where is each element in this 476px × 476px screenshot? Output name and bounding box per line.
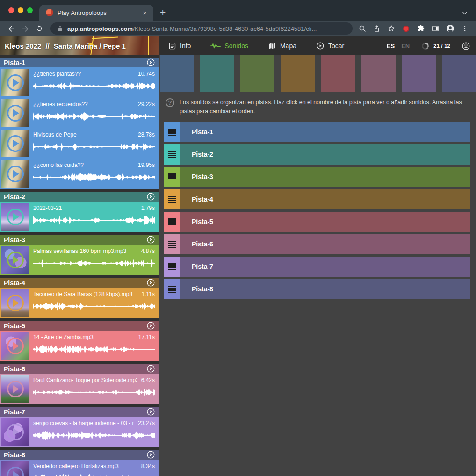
drag-handle[interactable] bbox=[164, 144, 180, 165]
track-row-pista-4[interactable]: Pista-4 bbox=[164, 189, 470, 209]
clip-play-icon[interactable] bbox=[7, 135, 24, 152]
account-icon[interactable] bbox=[462, 42, 470, 50]
drag-handle[interactable] bbox=[164, 167, 180, 187]
track-row-pista-3[interactable]: Pista-3 bbox=[164, 167, 470, 187]
clip-play-icon[interactable] bbox=[7, 467, 24, 476]
track-play-button[interactable] bbox=[146, 364, 155, 373]
color-swatch-pista-3[interactable] bbox=[240, 55, 274, 92]
drag-handle[interactable] bbox=[164, 234, 180, 254]
track-header[interactable]: Pista-3 bbox=[0, 235, 159, 245]
clip-waveform[interactable] bbox=[33, 344, 155, 355]
sound-clip[interactable]: Taconeo de Sara Baras (128 kbps).mp31.11… bbox=[0, 288, 159, 318]
track-header[interactable]: Pista-4 bbox=[0, 278, 159, 288]
clip-play-icon[interactable] bbox=[7, 209, 24, 225]
drag-handle[interactable] bbox=[164, 189, 180, 209]
clip-thumbnail[interactable] bbox=[1, 99, 29, 127]
clip-waveform[interactable] bbox=[33, 141, 155, 152]
color-swatch-pista-1[interactable] bbox=[160, 55, 194, 92]
clip-thumbnail[interactable] bbox=[1, 418, 29, 446]
sound-clip[interactable]: 14 - Aire de Zamba.mp317.11s bbox=[0, 331, 159, 361]
clip-play-icon[interactable] bbox=[7, 105, 24, 122]
clip-play-icon[interactable] bbox=[7, 252, 24, 268]
side-panel-icon[interactable] bbox=[431, 24, 440, 33]
clip-waveform[interactable] bbox=[33, 215, 155, 226]
clip-waveform[interactable] bbox=[33, 172, 155, 183]
sound-clip[interactable]: Raul Cantizano- Toque por Solenoide.mp36… bbox=[0, 374, 159, 404]
breadcrumb[interactable]: Kleos 2022 // Santa Marina / Pepe 1 bbox=[0, 36, 159, 55]
tab-search-chevron-icon[interactable] bbox=[461, 9, 469, 17]
forward-button[interactable] bbox=[20, 23, 31, 34]
track-row-bar[interactable]: Pista-2 bbox=[180, 144, 470, 165]
track-row-pista-7[interactable]: Pista-7 bbox=[164, 257, 470, 277]
sound-clip[interactable]: ¿¿tienes recuerdos??29.22s bbox=[0, 98, 159, 128]
track-play-button[interactable] bbox=[146, 58, 155, 67]
track-row-bar[interactable]: Pista-4 bbox=[180, 189, 470, 209]
clip-play-icon[interactable] bbox=[7, 295, 24, 311]
track-row-pista-1[interactable]: Pista-1 bbox=[164, 122, 470, 142]
window-close-button[interactable] bbox=[8, 7, 14, 13]
clip-waveform[interactable] bbox=[33, 473, 155, 476]
drag-handle[interactable] bbox=[164, 212, 180, 232]
new-tab-button[interactable]: + bbox=[160, 7, 166, 18]
breadcrumb-project[interactable]: Kleos 2022 bbox=[5, 42, 41, 50]
track-row-bar[interactable]: Pista-5 bbox=[180, 212, 470, 232]
track-row-bar[interactable]: Pista-6 bbox=[180, 234, 470, 254]
sound-clip[interactable]: 2022-03-211.79s bbox=[0, 202, 159, 232]
track-play-button[interactable] bbox=[146, 235, 155, 244]
clip-play-icon[interactable] bbox=[7, 74, 24, 91]
track-header[interactable]: Pista-8 bbox=[0, 450, 159, 460]
clip-thumbnail[interactable] bbox=[1, 160, 29, 188]
clip-play-icon[interactable] bbox=[7, 338, 24, 354]
drag-handle[interactable] bbox=[164, 122, 180, 142]
extensions-puzzle-icon[interactable] bbox=[417, 24, 425, 33]
back-button[interactable] bbox=[6, 23, 17, 34]
clip-thumbnail[interactable] bbox=[1, 289, 29, 317]
clip-thumbnail[interactable] bbox=[1, 246, 29, 274]
clip-thumbnail[interactable] bbox=[1, 203, 29, 231]
clip-waveform[interactable] bbox=[33, 387, 155, 398]
clip-thumbnail[interactable] bbox=[1, 332, 29, 360]
clip-play-icon[interactable] bbox=[7, 381, 24, 397]
nav-item-info[interactable]: Info bbox=[168, 42, 191, 50]
clip-waveform[interactable] bbox=[33, 80, 155, 92]
sound-clip[interactable]: Vendedor callejero Hortalizas.mp38.34s bbox=[0, 460, 159, 476]
clip-thumbnail[interactable] bbox=[1, 461, 29, 476]
zoom-page-icon[interactable] bbox=[358, 24, 367, 33]
track-row-pista-2[interactable]: Pista-2 bbox=[164, 144, 470, 165]
track-play-button[interactable] bbox=[146, 192, 155, 201]
clip-play-icon[interactable] bbox=[7, 166, 24, 182]
clip-thumbnail[interactable] bbox=[1, 375, 29, 403]
address-bar[interactable]: app.antropoloops.com/Kleos-Santa-Marina/… bbox=[50, 22, 353, 35]
nav-item-tocar[interactable]: Tocar bbox=[316, 42, 344, 50]
clip-waveform[interactable] bbox=[33, 258, 155, 269]
recorder-extension-icon[interactable] bbox=[402, 24, 411, 33]
track-row-pista-6[interactable]: Pista-6 bbox=[164, 234, 470, 254]
color-swatch-pista-4[interactable] bbox=[281, 55, 315, 92]
track-play-button[interactable] bbox=[146, 321, 155, 330]
browser-menu-kebab-icon[interactable] bbox=[461, 24, 469, 33]
track-row-pista-5[interactable]: Pista-5 bbox=[164, 212, 470, 232]
clip-waveform[interactable] bbox=[33, 111, 155, 122]
language-es[interactable]: ES bbox=[387, 43, 395, 50]
track-row-pista-8[interactable]: Pista-8 bbox=[164, 279, 470, 299]
drag-handle[interactable] bbox=[164, 279, 180, 299]
nav-item-mapa[interactable]: Mapa bbox=[268, 42, 296, 50]
color-swatch-pista-8[interactable] bbox=[442, 55, 476, 92]
clip-thumbnail[interactable] bbox=[1, 69, 29, 96]
sound-clip[interactable]: sergio cuevas - la harpe indienne - 03 -… bbox=[0, 417, 159, 447]
track-header[interactable]: Pista-6 bbox=[0, 364, 159, 374]
drag-handle[interactable] bbox=[164, 257, 180, 277]
profile-avatar-icon[interactable] bbox=[446, 24, 455, 33]
color-swatch-pista-5[interactable] bbox=[321, 55, 355, 92]
clip-thumbnail[interactable] bbox=[1, 130, 29, 157]
track-play-button[interactable] bbox=[146, 450, 155, 459]
sound-clip[interactable]: ¿¿tienes plantas??10.74s bbox=[0, 67, 159, 98]
track-row-bar[interactable]: Pista-1 bbox=[180, 122, 470, 142]
track-header[interactable]: Pista-7 bbox=[0, 407, 159, 417]
track-row-bar[interactable]: Pista-8 bbox=[180, 279, 470, 299]
window-minimize-button[interactable] bbox=[18, 7, 23, 13]
track-header[interactable]: Pista-2 bbox=[0, 192, 159, 202]
track-row-bar[interactable]: Pista-3 bbox=[180, 167, 470, 187]
tab-close-icon[interactable]: × bbox=[141, 8, 149, 17]
color-swatch-pista-6[interactable] bbox=[361, 55, 396, 92]
